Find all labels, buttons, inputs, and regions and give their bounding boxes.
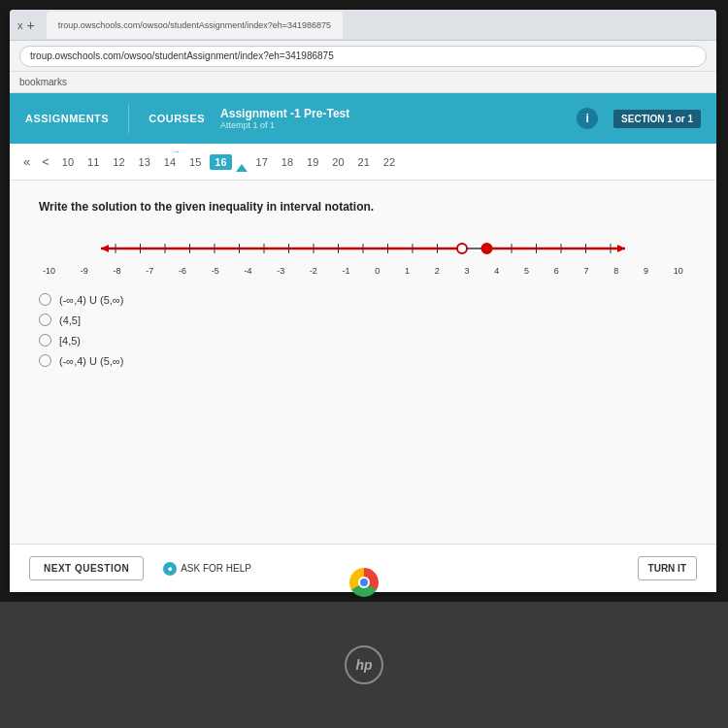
section-label: SECTION 1 or 1 — [613, 110, 701, 128]
q-num-22[interactable]: 22 — [379, 154, 400, 170]
header-nav: ASSIGNMENTS CoURses — [25, 104, 205, 133]
courses-nav[interactable]: CoURses — [149, 113, 205, 124]
content-area: Write the solution to the given inequali… — [10, 181, 716, 544]
active-tab[interactable]: troup.owschools.com/owsoo/studentAssignm… — [47, 12, 343, 39]
ask-for-help-button[interactable]: ● ASK FOR HELP — [163, 562, 251, 576]
answer-choices: (-∞,4) U (5,∞) (4,5] [4,5) (-∞,4) U (5,∞… — [39, 293, 687, 367]
assignments-nav[interactable]: ASSIGNMENTS — [25, 113, 109, 124]
browser-chrome: x + troup.owschools.com/owsoo/studentAss… — [10, 10, 716, 41]
svg-point-27 — [482, 244, 492, 253]
address-bar-row: troup.owschools.com/owsoo/studentAssignm… — [10, 41, 716, 72]
chrome-logo — [349, 568, 379, 597]
turn-it-button[interactable]: TURN IT — [638, 556, 697, 580]
assignment-title: Assignment -1 Pre-Test — [220, 107, 349, 120]
tab-plus-button[interactable]: + — [27, 17, 35, 33]
app-header: ASSIGNMENTS CoURses Assignment -1 Pre-Te… — [10, 93, 716, 144]
radio-d[interactable] — [39, 354, 51, 367]
nav-divider — [128, 104, 129, 133]
q-num-16-current[interactable]: 16 — [210, 154, 231, 170]
choice-c-text: [4,5) — [59, 335, 81, 347]
number-line-labels: -10 -9 -8 -7 -6 -5 -4 -3 -2 -1 0 1 2 3 4… — [39, 266, 687, 276]
number-line-container: -10 -9 -8 -7 -6 -5 -4 -3 -2 -1 0 1 2 3 4… — [39, 231, 687, 276]
ask-for-help-label: ASK FOR HELP — [181, 563, 251, 574]
radio-c[interactable] — [39, 334, 51, 347]
q-num-11[interactable]: 11 — [83, 154, 104, 170]
chrome-circle — [349, 568, 379, 597]
bookmarks-bar: bookmarks — [10, 72, 716, 93]
url-text: troup.owschools.com/owsoo/studentAssignm… — [30, 50, 334, 61]
q-num-12[interactable]: 12 — [108, 154, 129, 170]
bookmarks-label: bookmarks — [19, 77, 67, 87]
keyboard-area: hp — [0, 602, 728, 728]
q-num-14[interactable]: 14 → — [159, 154, 181, 170]
hp-logo: hp — [345, 645, 383, 684]
choice-d[interactable]: (-∞,4) U (5,∞) — [39, 354, 687, 367]
info-button[interactable]: i — [577, 108, 598, 129]
svg-point-26 — [457, 244, 467, 253]
browser-window: x + troup.owschools.com/owsoo/studentAss… — [10, 10, 716, 592]
q-num-10[interactable]: 10 — [57, 154, 79, 170]
radio-a[interactable] — [39, 293, 51, 306]
chrome-inner — [358, 577, 370, 588]
choice-c[interactable]: [4,5) — [39, 334, 687, 347]
q-num-19[interactable]: 19 — [302, 154, 323, 170]
question-nav: « < 10 11 12 13 14 → 15 16 17 18 19 20 2… — [10, 144, 716, 181]
double-left-arrow[interactable]: « — [19, 152, 34, 171]
q-num-13[interactable]: 13 — [134, 154, 155, 170]
q-num-21[interactable]: 21 — [353, 154, 375, 170]
question-text: Write the solution to the given inequali… — [39, 200, 687, 214]
choice-b-text: (4,5] — [59, 314, 81, 326]
next-question-button[interactable]: NEXT QUESTION — [29, 556, 144, 580]
choice-d-text: (-∞,4) U (5,∞) — [59, 355, 123, 367]
q-num-15[interactable]: 15 — [184, 154, 206, 170]
q-num-20[interactable]: 20 — [327, 154, 348, 170]
address-bar[interactable]: troup.owschools.com/owsoo/studentAssignm… — [19, 46, 707, 67]
choice-b[interactable]: (4,5] — [39, 314, 687, 326]
q-num-18[interactable]: 18 — [277, 154, 298, 170]
triangle-up-icon — [236, 164, 248, 172]
number-line-wrapper — [39, 231, 687, 266]
choice-a[interactable]: (-∞,4) U (5,∞) — [39, 293, 687, 306]
assignment-info: Assignment -1 Pre-Test Attempt 1 of 1 — [220, 107, 349, 130]
left-arrow[interactable]: < — [38, 152, 53, 171]
current-indicator — [236, 164, 248, 172]
tab-close-button[interactable]: x — [17, 19, 23, 31]
radio-b[interactable] — [39, 314, 51, 326]
number-line-svg — [39, 231, 687, 266]
ask-icon: ● — [163, 562, 177, 576]
choice-a-text: (-∞,4) U (5,∞) — [59, 294, 123, 306]
attempt-label: Attempt 1 of 1 — [220, 120, 349, 130]
tab-title: troup.owschools.com/owsoo/studentAssignm… — [58, 20, 331, 30]
q-num-17[interactable]: 17 — [251, 154, 273, 170]
